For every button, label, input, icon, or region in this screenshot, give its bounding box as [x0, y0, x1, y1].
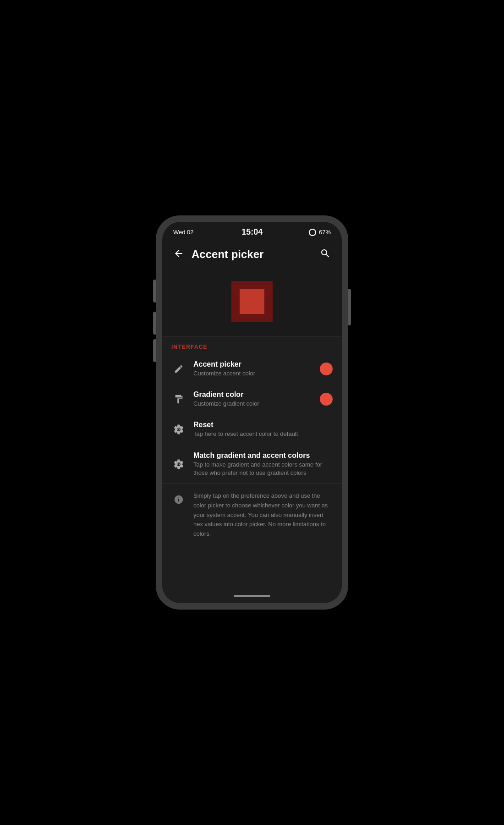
phone-shell: Wed 02 15:04 67% Accent picker	[156, 215, 348, 610]
back-button[interactable]	[170, 244, 188, 264]
phone-screen: Wed 02 15:04 67% Accent picker	[162, 222, 342, 603]
battery-icon	[309, 229, 316, 236]
info-section: Simply tap on the preference above and u…	[162, 484, 342, 546]
reset-title: Reset	[193, 421, 333, 429]
gradient-color-title: Gradient color	[193, 390, 312, 399]
match-gear-icon: G	[171, 457, 186, 472]
page-title: Accent picker	[192, 248, 316, 261]
accent-picker-title: Accent picker	[193, 360, 312, 368]
reset-gear-icon: G	[171, 422, 186, 437]
svg-text:G: G	[177, 462, 180, 466]
settings-item-gradient-color[interactable]: Gradient color Customize gradient color	[162, 384, 342, 414]
status-bar: Wed 02 15:04 67%	[162, 222, 342, 241]
top-bar: Accent picker	[162, 241, 342, 272]
settings-item-accent-picker[interactable]: Accent picker Customize accent color	[162, 354, 342, 384]
color-swatch-outer	[231, 281, 273, 322]
color-swatch-inner	[240, 289, 264, 314]
home-bar	[234, 595, 270, 597]
color-preview-area	[162, 272, 342, 336]
match-gradient-subtitle: Tap to make gradient and accent colors s…	[193, 461, 333, 477]
match-gradient-title: Match gradient and accent colors	[193, 451, 333, 460]
settings-item-reset[interactable]: G Reset Tap here to reset accent color t…	[162, 414, 342, 445]
accent-picker-toggle[interactable]	[320, 363, 333, 375]
status-time: 15:04	[241, 227, 263, 237]
paint-roller-icon	[171, 392, 186, 407]
status-right: 67%	[309, 229, 331, 236]
info-text: Simply tap on the preference above and u…	[193, 491, 333, 539]
svg-text:G: G	[177, 428, 180, 432]
pencil-icon	[171, 362, 186, 376]
gradient-color-toggle[interactable]	[320, 393, 333, 406]
battery-percent: 67%	[319, 229, 331, 236]
match-gradient-content: Match gradient and accent colors Tap to …	[193, 451, 333, 477]
accent-picker-content: Accent picker Customize accent color	[193, 360, 312, 378]
settings-list: INTERFACE Accent picker Customize accent…	[162, 336, 342, 590]
search-button[interactable]	[316, 244, 334, 264]
home-indicator	[162, 590, 342, 603]
settings-item-match-gradient[interactable]: G Match gradient and accent colors Tap t…	[162, 445, 342, 484]
info-icon	[171, 492, 186, 507]
gradient-color-content: Gradient color Customize gradient color	[193, 390, 312, 408]
status-date-time: Wed 02	[173, 229, 194, 236]
reset-content: Reset Tap here to reset accent color to …	[193, 421, 333, 438]
accent-picker-subtitle: Customize accent color	[193, 369, 312, 378]
reset-subtitle: Tap here to reset accent color to defaul…	[193, 430, 333, 438]
section-label: INTERFACE	[162, 336, 342, 354]
gradient-color-subtitle: Customize gradient color	[193, 400, 312, 408]
